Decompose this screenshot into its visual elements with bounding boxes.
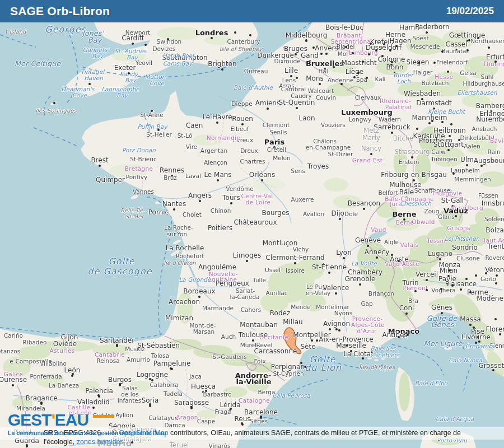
gesteau-logo-text: GEST'EAU	[8, 412, 88, 428]
logo-orange-bar	[93, 415, 114, 418]
header-bar: SAGE Orb-Libron 19/02/2025	[0, 0, 504, 22]
sage-map-window: t IslandGeorgesJones'BayNewportCardiffSw…	[0, 0, 504, 448]
page-title: SAGE Orb-Libron	[10, 4, 110, 18]
zones-humides-link[interactable]: zones humides	[77, 438, 124, 446]
map-canvas[interactable]: t IslandGeorgesJones'BayNewportCardiffSw…	[0, 0, 504, 448]
gesteau-logo[interactable]: GEST'EAU La communauté des acteurs de ge…	[8, 412, 193, 436]
header-date: 19/02/2025	[446, 6, 494, 17]
isle-of-sheppey	[245, 36, 251, 39]
jersey	[155, 130, 162, 134]
elba	[444, 347, 452, 350]
map-graphics	[0, 0, 504, 448]
isle-of-wight	[186, 58, 198, 62]
alderney	[150, 110, 155, 113]
logo-tagline: La communauté des acteurs de gestion int…	[8, 430, 193, 436]
